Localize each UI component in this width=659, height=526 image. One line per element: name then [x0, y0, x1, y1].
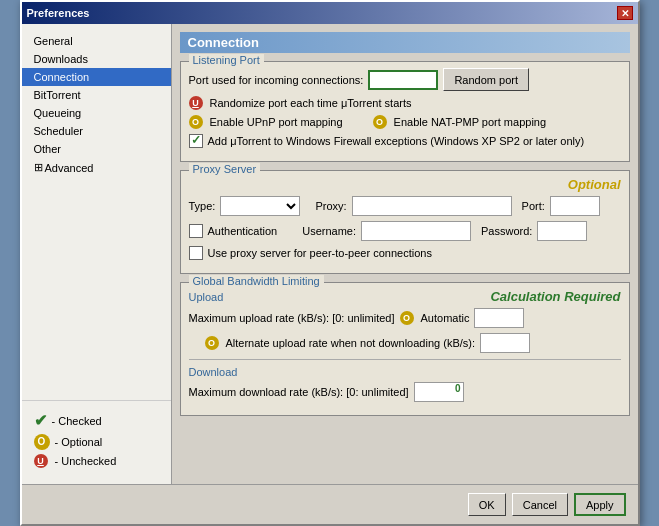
- alt-upload-label: Alternate upload rate when not downloadi…: [226, 337, 476, 349]
- auth-label: Authentication: [208, 225, 278, 237]
- sidebar-item-other[interactable]: Other: [22, 140, 171, 158]
- password-label: Password:: [481, 225, 532, 237]
- type-label: Type:: [189, 200, 216, 212]
- ok-button[interactable]: OK: [468, 493, 506, 516]
- proxy-type-row: Type: Proxy: Port:: [189, 196, 621, 216]
- preferences-dialog: Preferences ✕ General Downloads Connecti…: [20, 0, 640, 526]
- randomize-radio-icon[interactable]: U: [189, 96, 203, 110]
- listening-port-group: Listening Port Port used for incoming co…: [180, 61, 630, 162]
- sidebar-item-bittorrent[interactable]: BitTorrent: [22, 86, 171, 104]
- alt-upload-row: O Alternate upload rate when not downloa…: [189, 333, 621, 353]
- proxy-server-group: Proxy Server Optional Type: Proxy: Port:: [180, 170, 630, 274]
- firewall-checkbox[interactable]: [189, 134, 203, 148]
- peer-proxy-row: Use proxy server for peer-to-peer connec…: [189, 246, 621, 260]
- max-upload-label: Maximum upload rate (kB/s): [0: unlimite…: [189, 312, 395, 324]
- max-upload-row: Maximum upload rate (kB/s): [0: unlimite…: [189, 308, 621, 328]
- section-header: Connection: [180, 32, 630, 53]
- checkmark-icon: ✔: [34, 411, 47, 430]
- main-content: Connection Listening Port Port used for …: [172, 24, 638, 484]
- sidebar-item-advanced[interactable]: ⊞ Advanced: [22, 158, 171, 177]
- firewall-label: Add μTorrent to Windows Firewall excepti…: [208, 135, 585, 147]
- bandwidth-label: Global Bandwidth Limiting: [189, 275, 324, 287]
- upnp-row: O Enable UPnP port mapping O Enable NAT-…: [189, 115, 621, 129]
- max-download-row: Maximum download rate (kB/s): [0: unlimi…: [189, 382, 621, 402]
- apply-button[interactable]: Apply: [574, 493, 626, 516]
- optional-text: Optional: [568, 177, 621, 192]
- alt-upload-radio-icon[interactable]: O: [205, 336, 219, 350]
- legend-section: ✔ - Checked O - Optional U - Unchecked: [22, 400, 171, 484]
- username-label: Username:: [302, 225, 356, 237]
- port-row: Port used for incoming connections: Rand…: [189, 68, 621, 91]
- peer-proxy-checkbox[interactable]: [189, 246, 203, 260]
- bandwidth-group: Global Bandwidth Limiting Upload Calcula…: [180, 282, 630, 416]
- alt-upload-input[interactable]: [480, 333, 530, 353]
- sidebar-item-downloads[interactable]: Downloads: [22, 50, 171, 68]
- max-upload-input[interactable]: [474, 308, 524, 328]
- cancel-button[interactable]: Cancel: [512, 493, 568, 516]
- automatic-label: Automatic: [421, 312, 470, 324]
- listening-port-label: Listening Port: [189, 54, 264, 66]
- natpmp-radio-icon[interactable]: O: [373, 115, 387, 129]
- legend-optional: O - Optional: [34, 434, 159, 450]
- sidebar-item-queueing[interactable]: Queueing: [22, 104, 171, 122]
- legend-checked: ✔ - Checked: [34, 411, 159, 430]
- natpmp-label: Enable NAT-PMP port mapping: [394, 116, 546, 128]
- sidebar-item-general[interactable]: General: [22, 32, 171, 50]
- type-select[interactable]: [220, 196, 300, 216]
- sidebar-nav: General Downloads Connection BitTorrent …: [22, 24, 171, 400]
- sidebar-item-scheduler[interactable]: Scheduler: [22, 122, 171, 140]
- username-input[interactable]: [361, 221, 471, 241]
- upnp-label: Enable UPnP port mapping: [210, 116, 343, 128]
- footer-bar: OK Cancel Apply: [22, 484, 638, 524]
- dialog-body: General Downloads Connection BitTorrent …: [22, 24, 638, 484]
- close-button[interactable]: ✕: [617, 6, 633, 20]
- optional-icon: O: [34, 434, 50, 450]
- auth-row: Authentication Username: Password:: [189, 221, 621, 241]
- upnp-radio-icon[interactable]: O: [189, 115, 203, 129]
- sidebar-item-connection[interactable]: Connection: [22, 68, 171, 86]
- uncheck-icon: U: [34, 454, 48, 468]
- max-download-label: Maximum download rate (kB/s): [0: unlimi…: [189, 386, 409, 398]
- proxy-server-label: Proxy Server: [189, 163, 261, 175]
- upload-sublabel: Upload: [189, 291, 224, 303]
- port-label: Port:: [522, 200, 545, 212]
- legend-unchecked: U - Unchecked: [34, 454, 159, 468]
- firewall-row: Add μTorrent to Windows Firewall excepti…: [189, 134, 621, 148]
- expand-icon: ⊞: [34, 161, 43, 174]
- randomize-label: Randomize port each time μTorrent starts: [210, 97, 412, 109]
- port-input[interactable]: [368, 70, 438, 90]
- password-input[interactable]: [537, 221, 587, 241]
- peer-proxy-label: Use proxy server for peer-to-peer connec…: [208, 247, 432, 259]
- title-bar: Preferences ✕: [22, 2, 638, 24]
- automatic-radio-icon[interactable]: O: [400, 311, 414, 325]
- download-value: 0: [455, 383, 461, 394]
- download-sublabel: Download: [189, 366, 621, 378]
- random-port-button[interactable]: Random port: [443, 68, 529, 91]
- proxy-input[interactable]: [352, 196, 512, 216]
- calc-required-text: Calculation Required: [490, 289, 620, 304]
- dialog-title: Preferences: [27, 7, 90, 19]
- auth-checkbox[interactable]: [189, 224, 203, 238]
- max-download-input-wrapper: 0: [414, 382, 464, 402]
- proxy-label: Proxy:: [315, 200, 346, 212]
- randomize-row: U Randomize port each time μTorrent star…: [189, 96, 621, 110]
- port-used-label: Port used for incoming connections:: [189, 74, 364, 86]
- sidebar: General Downloads Connection BitTorrent …: [22, 24, 172, 484]
- proxy-port-input[interactable]: [550, 196, 600, 216]
